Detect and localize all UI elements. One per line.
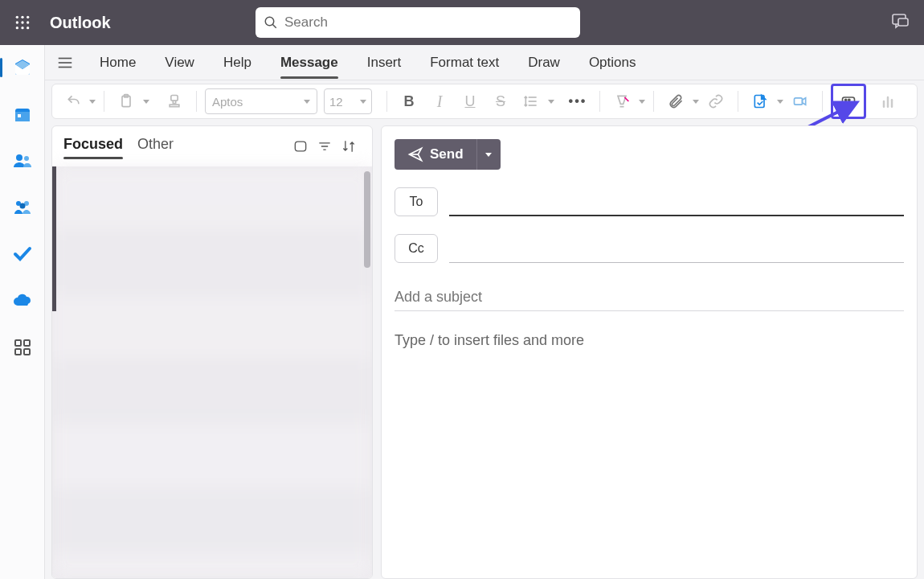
hamburger-button[interactable] <box>45 54 85 72</box>
font-size-dropdown[interactable]: 12 <box>324 88 372 114</box>
calendar-icon <box>13 105 32 124</box>
signature-button[interactable] <box>746 88 774 115</box>
send-button[interactable]: Send <box>395 139 476 170</box>
chevron-down-icon <box>485 153 492 157</box>
to-button[interactable]: To <box>395 187 438 216</box>
clear-formatting-button[interactable] <box>608 88 636 115</box>
separator <box>822 91 823 112</box>
left-rail <box>0 45 45 579</box>
to-input[interactable] <box>449 189 904 216</box>
apps-icon <box>13 338 32 357</box>
select-mode-button[interactable] <box>288 134 313 158</box>
font-size-value: 12 <box>329 95 343 109</box>
tab-message[interactable]: Message <box>266 45 353 80</box>
cc-input[interactable] <box>449 236 904 263</box>
svg-point-2 <box>27 16 29 18</box>
hamburger-icon <box>56 54 74 72</box>
more-formatting-button[interactable]: ••• <box>564 88 591 115</box>
svg-point-0 <box>16 16 18 18</box>
link-button[interactable] <box>702 88 730 115</box>
select-icon <box>292 138 309 154</box>
sort-button[interactable] <box>337 134 361 158</box>
scrollbar-thumb[interactable] <box>364 171 370 268</box>
separator <box>599 91 600 112</box>
rail-todo[interactable] <box>11 243 34 265</box>
chevron-down-icon <box>89 100 96 104</box>
title-bar: Outlook <box>0 0 924 45</box>
svg-rect-22 <box>24 340 30 346</box>
app-launcher-button[interactable] <box>0 0 45 45</box>
separator <box>738 91 738 112</box>
rail-groups[interactable] <box>11 196 34 219</box>
signature-icon <box>752 93 768 109</box>
bold-button[interactable]: B <box>395 88 423 115</box>
body-placeholder[interactable]: Type / to insert files and more <box>395 332 917 349</box>
send-options-button[interactable] <box>476 139 501 170</box>
cc-button[interactable]: Cc <box>395 234 438 263</box>
search-box[interactable] <box>256 7 580 38</box>
paperclip-icon <box>668 93 684 109</box>
message-list-body[interactable] <box>52 166 372 578</box>
line-spacing-button[interactable] <box>517 88 545 115</box>
selection-indicator <box>52 166 56 311</box>
tab-options[interactable]: Options <box>574 45 651 80</box>
svg-point-20 <box>19 203 25 209</box>
font-name-dropdown[interactable]: Aptos <box>205 88 317 114</box>
svg-point-5 <box>27 21 29 23</box>
svg-rect-31 <box>170 105 179 107</box>
separator <box>653 91 654 112</box>
subject-input[interactable] <box>395 284 904 311</box>
svg-rect-15 <box>18 114 21 117</box>
svg-point-6 <box>16 27 18 29</box>
tab-home[interactable]: Home <box>85 45 150 80</box>
todo-icon <box>13 244 32 264</box>
people-icon <box>13 151 32 170</box>
tab-draw[interactable]: Draw <box>513 45 574 80</box>
undo-icon <box>66 93 82 109</box>
strikethrough-button[interactable]: S <box>487 88 514 115</box>
svg-rect-23 <box>15 349 21 355</box>
list-tab-focused[interactable]: Focused <box>63 136 123 156</box>
italic-button[interactable]: I <box>426 88 453 115</box>
filter-button[interactable] <box>313 134 337 158</box>
paste-button[interactable] <box>112 88 140 115</box>
sort-icon <box>341 138 357 154</box>
svg-point-42 <box>845 102 847 104</box>
svg-rect-12 <box>898 18 908 26</box>
tab-help[interactable]: Help <box>209 45 266 80</box>
rail-mail[interactable] <box>11 56 34 79</box>
chevron-down-icon <box>360 100 366 104</box>
rail-onedrive[interactable] <box>11 290 34 312</box>
tab-insert[interactable]: Insert <box>353 45 416 80</box>
svg-point-8 <box>27 27 29 29</box>
list-tab-other[interactable]: Other <box>137 136 174 156</box>
apps-toolbar-button[interactable] <box>835 88 862 115</box>
stamp-icon <box>166 93 182 109</box>
link-icon <box>708 93 724 109</box>
rail-calendar[interactable] <box>11 103 34 125</box>
chat-button[interactable] <box>890 11 910 34</box>
bar-chart-icon <box>880 93 896 109</box>
video-button[interactable] <box>787 88 814 115</box>
tab-format-text[interactable]: Format text <box>415 45 513 80</box>
apps-grid-icon <box>840 93 857 109</box>
compose-pane: Send To Cc Type / to insert files and mo… <box>381 125 918 579</box>
format-painter-button[interactable] <box>161 88 188 115</box>
rail-people[interactable] <box>11 150 34 172</box>
main-area: Home View Help Message Insert Format tex… <box>45 45 924 579</box>
rail-apps[interactable] <box>11 336 34 359</box>
chevron-down-icon <box>548 100 554 104</box>
poll-button[interactable] <box>874 88 902 115</box>
attach-button[interactable] <box>662 88 689 115</box>
svg-rect-48 <box>295 142 305 151</box>
separator <box>386 91 387 112</box>
filter-icon <box>317 138 333 154</box>
tab-view[interactable]: View <box>150 45 209 80</box>
cloud-icon <box>13 291 32 310</box>
search-input[interactable] <box>284 14 572 31</box>
underline-button[interactable]: U <box>456 88 484 115</box>
svg-rect-38 <box>795 98 803 105</box>
svg-point-7 <box>21 27 23 29</box>
undo-button[interactable] <box>60 88 88 115</box>
search-icon <box>264 15 278 30</box>
